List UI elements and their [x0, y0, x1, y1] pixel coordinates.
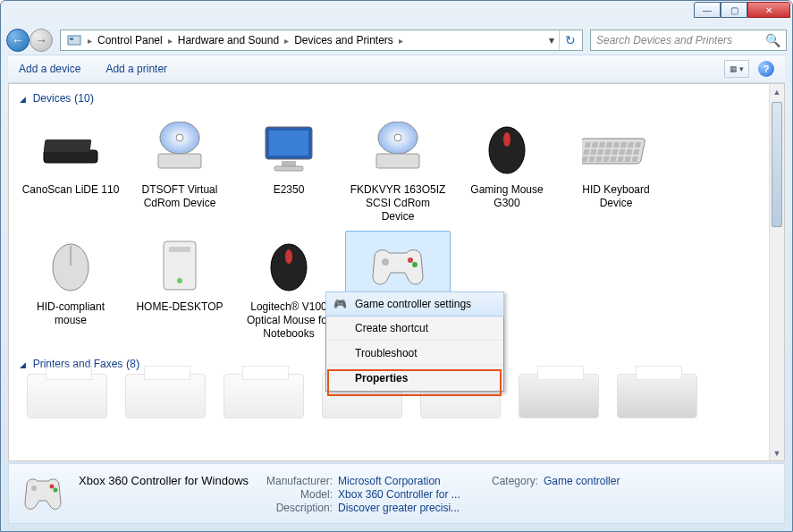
device-label: HOME-DESKTOP — [136, 300, 223, 314]
minimize-button[interactable]: — — [694, 2, 721, 18]
scroll-thumb[interactable] — [772, 102, 782, 227]
printer-item[interactable] — [125, 374, 206, 418]
context-menu-item[interactable]: Create shortcut — [326, 316, 503, 341]
device-item[interactable]: DTSOFT Virtual CdRom Device — [127, 114, 232, 227]
device-item[interactable]: HOME-DESKTOP — [127, 231, 232, 344]
context-menu-item[interactable]: Troubleshoot — [326, 341, 503, 366]
mouse-icon — [471, 117, 543, 180]
device-item[interactable]: Gaming Mouse G300 — [454, 114, 560, 227]
detail-key: Manufacturer: — [257, 475, 338, 487]
svg-point-49 — [408, 258, 413, 263]
details-icon — [18, 469, 68, 519]
breadcrumb-separator: ▸ — [397, 36, 405, 46]
close-button[interactable]: ✕ — [747, 2, 790, 18]
svg-rect-27 — [597, 149, 603, 155]
add-device-button[interactable]: Add a device — [19, 63, 80, 75]
keyboard-icon — [580, 117, 652, 180]
forward-button[interactable]: → — [30, 29, 53, 52]
context-menu-label: Properties — [355, 372, 408, 384]
svg-rect-29 — [612, 149, 618, 155]
device-label: HID Keyboard Device — [567, 183, 665, 210]
back-button[interactable]: ← — [6, 29, 30, 52]
svg-point-15 — [503, 132, 510, 147]
cdrom-icon — [362, 117, 434, 180]
breadcrumb-item[interactable]: Hardware and Sound — [174, 34, 283, 46]
svg-rect-19 — [599, 142, 605, 148]
svg-rect-28 — [604, 149, 611, 155]
maximize-button[interactable]: ▢ — [721, 2, 747, 18]
detail-key: Category: — [481, 475, 544, 487]
scroll-down-arrow[interactable]: ▼ — [770, 445, 784, 460]
collapse-icon: ◢ — [20, 360, 26, 369]
nav-arrows: ← → — [6, 29, 53, 52]
svg-point-45 — [177, 278, 182, 283]
section-label: Devices — [33, 92, 72, 105]
context-menu: 🎮Game controller settingsCreate shortcut… — [325, 291, 504, 392]
device-item[interactable]: CanoScan LiDE 110 — [18, 114, 123, 227]
svg-rect-26 — [590, 149, 596, 155]
printer-item[interactable] — [519, 374, 599, 418]
svg-rect-36 — [603, 156, 609, 162]
breadcrumb-separator: ▸ — [283, 36, 291, 46]
breadcrumb: Control Panel ▸ Hardware and Sound ▸ Dev… — [94, 34, 544, 46]
context-menu-label: Game controller settings — [355, 298, 471, 310]
device-label: Logitech® V100 Optical Mouse for Noteboo… — [240, 300, 338, 341]
device-item[interactable]: FKDKVYR 163O5IZ SCSI CdRom Device — [345, 114, 451, 227]
svg-rect-31 — [626, 149, 632, 155]
device-label: DTSOFT Virtual CdRom Device — [131, 183, 229, 210]
breadcrumb-separator: ▸ — [86, 36, 94, 46]
command-bar: Add a device Add a printer ▦ ▾ ? — [8, 55, 785, 83]
svg-rect-23 — [628, 142, 634, 148]
help-button[interactable]: ? — [758, 61, 774, 77]
search-input[interactable]: Search Devices and Printers 🔍 — [590, 30, 787, 51]
address-bar[interactable]: ▸ Control Panel ▸ Hardware and Sound ▸ D… — [60, 30, 583, 51]
svg-rect-18 — [592, 142, 598, 148]
breadcrumb-item[interactable]: Devices and Printers — [291, 34, 397, 46]
context-menu-item[interactable]: 🎮Game controller settings — [325, 291, 504, 317]
detail-value: Discover greater precisi... — [338, 502, 481, 514]
svg-rect-35 — [595, 156, 602, 162]
device-item[interactable]: HID-compliant mouse — [18, 231, 123, 344]
context-menu-item[interactable]: Properties — [326, 366, 503, 391]
cdrom-icon — [144, 117, 215, 180]
gamepad-icon — [362, 234, 434, 297]
context-menu-label: Troubleshoot — [355, 347, 418, 359]
location-icon — [66, 32, 82, 48]
search-placeholder: Search Devices and Printers — [596, 34, 732, 46]
titlebar: — ▢ ✕ — [1, 1, 792, 26]
detail-value: Game controller — [544, 475, 687, 487]
vertical-scrollbar[interactable]: ▲ ▼ — [769, 84, 784, 460]
gamepad-small-icon: 🎮 — [332, 296, 348, 312]
printer-item[interactable] — [617, 374, 697, 418]
svg-rect-30 — [619, 149, 625, 155]
section-count: 8 — [130, 358, 136, 370]
printer-item[interactable] — [27, 374, 107, 418]
scroll-up-arrow[interactable]: ▲ — [770, 84, 784, 99]
svg-rect-24 — [635, 142, 641, 148]
svg-rect-1 — [70, 38, 73, 40]
refresh-button[interactable]: ↻ — [559, 30, 580, 50]
devices-section-header[interactable]: ◢ Devices (10) — [9, 84, 784, 108]
add-printer-button[interactable]: Add a printer — [105, 63, 167, 75]
detail-value: Microsoft Corporation — [338, 475, 481, 487]
search-icon[interactable]: 🔍 — [765, 33, 780, 47]
detail-key: Model: — [257, 488, 338, 501]
svg-rect-40 — [631, 156, 637, 162]
svg-rect-32 — [633, 149, 639, 155]
device-label: CanoScan LiDE 110 — [22, 183, 120, 197]
svg-point-5 — [176, 134, 183, 141]
detail-value: Xbox 360 Controller for ... — [338, 488, 481, 501]
view-options-button[interactable]: ▦ ▾ — [724, 60, 749, 78]
svg-point-50 — [412, 262, 418, 267]
svg-rect-6 — [158, 154, 201, 168]
breadcrumb-item[interactable]: Control Panel — [94, 34, 166, 46]
breadcrumb-separator: ▸ — [166, 36, 174, 46]
device-label: HID-compliant mouse — [21, 300, 120, 327]
device-item[interactable]: HID Keyboard Device — [563, 114, 669, 227]
svg-rect-22 — [620, 142, 627, 148]
device-item[interactable]: E2350 — [236, 114, 342, 227]
address-dropdown[interactable]: ▾ — [544, 34, 559, 46]
scanner-icon — [35, 117, 106, 180]
svg-point-48 — [382, 258, 389, 266]
printer-item[interactable] — [224, 374, 304, 418]
